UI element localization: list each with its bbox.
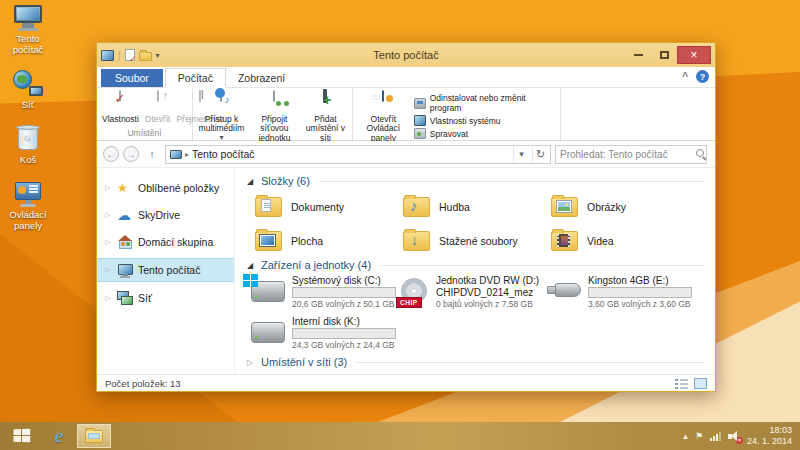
expand-arrow-icon[interactable]: ▷ (105, 294, 112, 302)
collapse-section-icon[interactable]: ◢ (247, 177, 255, 186)
nav-item-skydrive[interactable]: ▷ ☁ SkyDrive (97, 204, 234, 226)
folder-item-pictures[interactable]: Obrázky (551, 191, 699, 222)
star-icon: ★ (117, 181, 133, 195)
computer-icon (170, 150, 182, 159)
drive-item-usb-e[interactable]: Kingston 4GB (E:) 3,60 GB volných z 3,60… (547, 275, 695, 312)
internet-explorer-icon: e (55, 425, 63, 447)
folder-item-documents[interactable]: Dokumenty (255, 191, 403, 222)
manage-button[interactable]: Spravovat (412, 127, 558, 140)
dvd-drive-icon: CHIP (399, 278, 429, 308)
taskbar: e ▴ ⚑ × 18:03 24. 1. 2014 (0, 422, 800, 450)
folder-item-desktop[interactable]: Plocha (255, 225, 403, 256)
properties-qat-icon[interactable] (125, 49, 135, 61)
devices-grid: Systémový disk (C:) 20,6 GB volných z 50… (251, 275, 705, 353)
minimize-button[interactable] (625, 46, 651, 64)
expand-arrow-icon[interactable]: ▷ (105, 184, 112, 192)
desktop-icon-label: Síť (22, 100, 35, 111)
details-view-icon[interactable] (675, 378, 688, 389)
address-dropdown-icon[interactable]: ▾ (513, 146, 529, 163)
collapse-section-icon[interactable]: ◢ (247, 261, 255, 270)
taskbar-internet-explorer[interactable]: e (42, 422, 76, 450)
expand-arrow-icon[interactable]: ▷ (105, 238, 112, 246)
videos-folder-icon (551, 231, 578, 251)
nav-item-favorites[interactable]: ▷ ★ Oblíbené položky (97, 177, 234, 199)
expand-arrow-icon[interactable]: ▷ (105, 211, 112, 219)
drive-item-system-c[interactable]: Systémový disk (C:) 20,6 GB volných z 50… (251, 275, 399, 312)
system-properties-button[interactable]: Vlastnosti systému (412, 114, 558, 127)
folder-item-music[interactable]: ♪ Hudba (403, 191, 551, 222)
forward-button[interactable]: → (123, 146, 139, 162)
desktop-icons: Tento počítač Síť ♲ Koš Ovládací panely (2, 4, 54, 232)
folder-item-downloads[interactable]: ↓ Stažené soubory (403, 225, 551, 256)
desktop-icon-label: Ovládací panely (9, 210, 47, 232)
search-input[interactable] (560, 149, 692, 160)
items-count: Počet položek: 13 (105, 378, 181, 389)
file-explorer-icon (85, 430, 103, 443)
taskbar-file-explorer[interactable] (77, 424, 111, 448)
maximize-button[interactable] (651, 46, 677, 64)
open-control-panel-button[interactable]: Otevřít Ovládací panely (355, 90, 412, 145)
desktop-icon-label: Tento počítač (13, 34, 44, 56)
folders-grid: Dokumenty ♪ Hudba Obrázky Plocha ↓ Staže… (255, 191, 705, 256)
navigation-pane: ▷ ★ Oblíbené položky ▷ ☁ SkyDrive ▷ Domá… (97, 168, 235, 374)
tab-view[interactable]: Zobrazení (226, 69, 297, 87)
cloud-icon: ☁ (117, 208, 133, 222)
title-bar[interactable]: | ▾ Tento počítač × (97, 43, 715, 67)
nav-item-network[interactable]: ▷ Síť (97, 287, 234, 309)
back-button[interactable]: ← (103, 146, 119, 162)
start-button[interactable] (0, 422, 42, 450)
quick-access-toolbar: | ▾ (101, 49, 160, 61)
action-center-flag-icon[interactable]: ⚑ (695, 431, 703, 441)
section-header-devices[interactable]: ◢ Zařízení a jednotky (4) (247, 259, 705, 271)
downloads-folder-icon: ↓ (403, 231, 430, 251)
drive-item-dvd-d[interactable]: CHIP Jednotka DVD RW (D:) CHIPDVD_0214_m… (399, 275, 547, 312)
window-controls: × (625, 46, 711, 64)
desktop-icon-this-pc[interactable]: Tento počítač (2, 4, 54, 56)
taskbar-clock[interactable]: 18:03 24. 1. 2014 (747, 425, 792, 448)
folder-item-videos[interactable]: Videa (551, 225, 699, 256)
close-button[interactable]: × (677, 46, 711, 64)
volume-muted-icon[interactable]: × (728, 431, 740, 442)
expand-section-icon[interactable]: ▷ (247, 358, 255, 367)
new-folder-qat-icon[interactable] (139, 52, 152, 61)
refresh-icon[interactable]: ↻ (532, 146, 548, 163)
thumbnail-view-icon[interactable] (694, 378, 707, 389)
ribbon: Vlastnosti Otevřít Přejmenovat Umístění … (97, 88, 715, 141)
collapse-ribbon-icon[interactable]: ^ (682, 71, 688, 82)
add-network-location-button[interactable]: Přidat umístění v síti (301, 90, 350, 145)
network-signal-icon[interactable] (710, 431, 721, 441)
address-bar: ← → ↑ ▸ Tento počítač ▾ ↻ (97, 141, 715, 168)
drive-item-internal-k[interactable]: Interní disk (K:) 24,3 GB volných z 24,4… (251, 316, 399, 353)
window-icon (101, 50, 114, 61)
properties-button[interactable]: Vlastnosti (99, 90, 142, 126)
help-icon[interactable]: ? (696, 70, 709, 83)
desktop-icon-control-panel[interactable]: Ovládací panely (2, 180, 54, 232)
qat-dropdown-icon[interactable]: ▾ (156, 51, 160, 60)
address-box[interactable]: ▸ Tento počítač ▾ ↻ (165, 145, 551, 164)
section-header-network-locations[interactable]: ▷ Umístění v síti (3) (247, 356, 705, 368)
control-panel-icon (370, 92, 396, 114)
breadcrumb[interactable]: Tento počítač (192, 148, 254, 160)
window-title: Tento počítač (97, 49, 715, 61)
section-header-folders[interactable]: ◢ Složky (6) (247, 175, 705, 187)
open-icon (147, 92, 169, 114)
open-button[interactable]: Otevřít (142, 90, 174, 126)
up-button[interactable]: ↑ (143, 146, 161, 162)
nav-item-homegroup[interactable]: ▷ Domácí skupina (97, 231, 234, 253)
expand-arrow-icon[interactable]: ▷ (105, 266, 112, 274)
minimize-icon (634, 54, 643, 56)
show-hidden-icons[interactable]: ▴ (683, 431, 688, 441)
tab-computer[interactable]: Počítač (165, 68, 226, 88)
uninstall-program-button[interactable]: Odinstalovat nebo změnit program (412, 92, 558, 114)
computer-icon (13, 4, 43, 32)
music-folder-icon: ♪ (403, 197, 430, 217)
desktop-icon-network[interactable]: Síť (2, 70, 54, 111)
search-box[interactable] (555, 145, 707, 164)
system-tray: ▴ ⚑ × 18:03 24. 1. 2014 (683, 422, 800, 450)
tab-file[interactable]: Soubor (101, 69, 163, 87)
ribbon-group-location: Vlastnosti Otevřít Přejmenovat Umístění (97, 88, 193, 140)
nav-item-this-pc[interactable]: ▷ Tento počítač (97, 258, 234, 282)
system-properties-icon (414, 115, 426, 126)
usb-drive-icon (547, 283, 581, 299)
desktop-icon-recycle-bin[interactable]: ♲ Koš (2, 125, 54, 166)
